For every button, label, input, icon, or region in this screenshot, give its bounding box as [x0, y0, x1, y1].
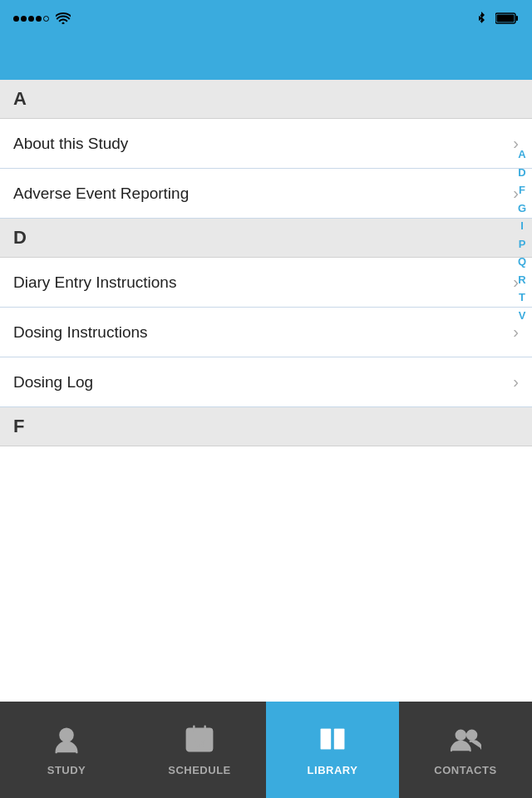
- svg-rect-10: [334, 729, 344, 750]
- battery-icon: [495, 12, 519, 24]
- chevron-right-icon: ›: [513, 372, 519, 392]
- alpha-index-item-v[interactable]: V: [519, 308, 526, 324]
- section-header-a: A: [0, 80, 532, 119]
- section-header-f: F: [0, 407, 532, 446]
- list-item-adverse-event-reporting[interactable]: Adverse Event Reporting›: [0, 169, 532, 219]
- tab-bar: STUDY14SCHEDULELIBRARYCONTACTS: [0, 702, 532, 798]
- content-area[interactable]: ADFGIPQRTV AAbout this Study›Adverse Eve…: [0, 80, 532, 702]
- svg-point-11: [456, 731, 466, 740]
- status-right: [477, 12, 519, 25]
- alpha-index-item-p[interactable]: P: [519, 236, 526, 253]
- tab-contacts[interactable]: CONTACTS: [399, 702, 532, 798]
- svg-rect-2: [497, 15, 515, 22]
- list-item-label: Dosing Log: [13, 373, 93, 392]
- alpha-index-item-f[interactable]: F: [519, 182, 525, 199]
- alpha-index-item-g[interactable]: G: [518, 200, 526, 217]
- list-item-dosing-instructions[interactable]: Dosing Instructions›: [0, 308, 532, 357]
- tab-label-study: STUDY: [47, 764, 86, 776]
- section-header-d: D: [0, 219, 532, 258]
- status-left: [13, 12, 71, 24]
- tab-library[interactable]: LIBRARY: [266, 702, 399, 798]
- list-item-dosing-log[interactable]: Dosing Log›: [0, 357, 532, 407]
- svg-rect-9: [321, 729, 331, 750]
- tab-schedule[interactable]: 14SCHEDULE: [133, 702, 266, 798]
- alpha-index-item-r[interactable]: R: [518, 272, 525, 288]
- alpha-index-item-d[interactable]: D: [518, 165, 525, 181]
- study-icon: [51, 723, 82, 759]
- alpha-index-item-a[interactable]: A: [518, 146, 525, 163]
- alpha-index-item-i[interactable]: I: [520, 218, 524, 234]
- chevron-right-icon: ›: [513, 323, 519, 342]
- tab-label-contacts: CONTACTS: [434, 764, 496, 776]
- wifi-icon: [56, 12, 71, 24]
- schedule-icon: 14: [184, 723, 215, 759]
- bluetooth-icon: [477, 12, 485, 25]
- dot2: [21, 16, 27, 22]
- list-item-label: Adverse Event Reporting: [13, 185, 189, 203]
- list-item-label: Dosing Instructions: [13, 323, 148, 342]
- list-item-label: Diary Entry Instructions: [13, 273, 176, 292]
- tab-study[interactable]: STUDY: [0, 702, 133, 798]
- dot3: [28, 16, 34, 22]
- svg-point-12: [467, 731, 476, 740]
- tab-label-schedule: SCHEDULE: [168, 764, 231, 776]
- dot5: [43, 16, 49, 22]
- contacts-icon: [450, 723, 481, 759]
- library-icon: [317, 723, 348, 759]
- alpha-index-item-t[interactable]: T: [519, 289, 525, 306]
- dot1: [13, 16, 19, 22]
- alpha-index-item-q[interactable]: Q: [518, 254, 526, 270]
- dot4: [36, 16, 42, 22]
- svg-rect-1: [516, 16, 519, 21]
- signal-dots: [13, 16, 49, 22]
- alpha-index[interactable]: ADFGIPQRTV: [512, 80, 532, 323]
- page-header: [0, 37, 532, 80]
- tab-label-library: LIBRARY: [308, 764, 358, 776]
- list-item-about-this-study[interactable]: About this Study›: [0, 119, 532, 169]
- sections-container: AAbout this Study›Adverse Event Reportin…: [0, 80, 532, 446]
- svg-text:14: 14: [194, 738, 205, 750]
- status-bar: [0, 0, 532, 37]
- list-item-diary-entry-instructions[interactable]: Diary Entry Instructions›: [0, 258, 532, 308]
- list-item-label: About this Study: [13, 135, 128, 153]
